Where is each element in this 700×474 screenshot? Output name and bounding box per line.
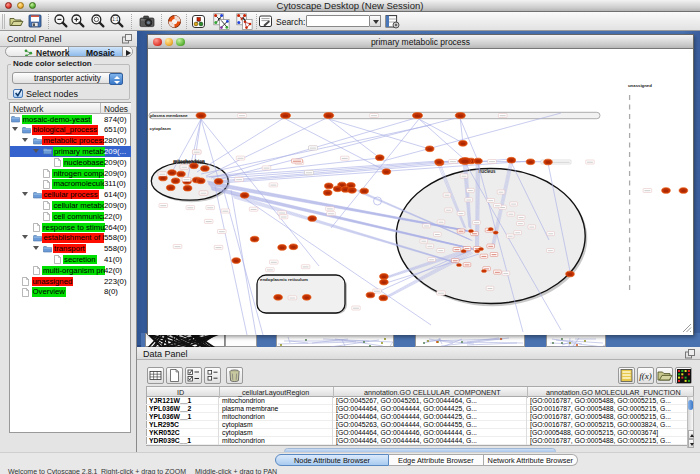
svg-text:mitochondrion: mitochondrion xyxy=(173,159,205,164)
svg-text:f(x): f(x) xyxy=(639,371,652,381)
svg-text:endoplasmic reticulum: endoplasmic reticulum xyxy=(260,277,308,282)
svg-text:nucleus: nucleus xyxy=(478,169,496,174)
svg-text:cytoplasm: cytoplasm xyxy=(150,126,171,131)
svg-text:plasma membrane: plasma membrane xyxy=(150,113,188,118)
svg-text:unassigned: unassigned xyxy=(628,83,652,88)
